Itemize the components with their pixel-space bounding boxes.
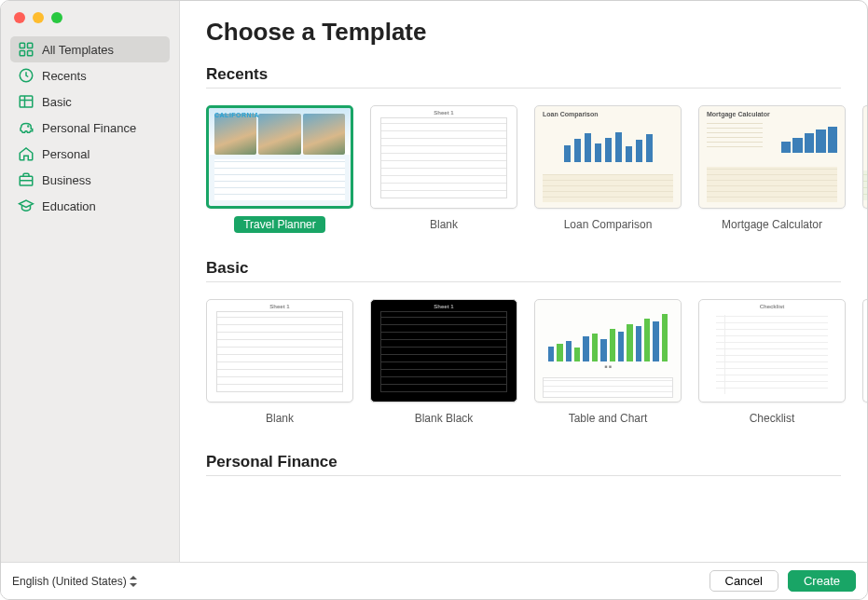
template-card-travel-planner[interactable]: CALIFORNIA Travel Planner: [206, 105, 353, 233]
recents-row: CALIFORNIA Travel Planner Sheet 1 Blank: [206, 105, 867, 233]
svg-point-6: [28, 126, 29, 127]
sidebar-item-personal[interactable]: Personal: [10, 141, 170, 167]
template-card-blank-black[interactable]: Sheet 1 Blank Black: [370, 299, 517, 427]
template-thumb: [862, 299, 867, 402]
updown-icon: [130, 576, 137, 587]
template-scroll[interactable]: Recents CALIFORNIA Travel Planner Sheet …: [206, 58, 867, 562]
home-icon: [18, 145, 34, 162]
template-card-mortgage-calculator[interactable]: Mortgage Calculator Mortgage Calculator: [698, 105, 846, 233]
template-thumb: Loan Comparison: [534, 105, 682, 209]
svg-rect-1: [28, 43, 33, 48]
sidebar-item-basic[interactable]: Basic: [10, 89, 170, 115]
sidebar-item-label: Basic: [42, 95, 72, 109]
svg-rect-0: [20, 43, 24, 48]
svg-rect-3: [28, 51, 33, 56]
template-card-checklist[interactable]: Checklist Checklist: [698, 299, 846, 427]
graduation-cap-icon: [18, 198, 34, 214]
briefcase-icon: [18, 171, 34, 188]
svg-rect-5: [20, 96, 33, 107]
footer-bar: English (United States) Cancel Create: [1, 562, 867, 599]
template-card-table-and-chart[interactable]: ■ ■ Table and Chart: [534, 299, 682, 427]
template-label: My Sto: [863, 216, 867, 233]
sidebar-item-personal-finance[interactable]: Personal Finance: [10, 115, 170, 141]
template-chooser-window: All Templates Recents Basic: [1, 1, 867, 599]
section-heading-personal-finance: Personal Finance: [206, 445, 841, 476]
main-area: All Templates Recents Basic: [1, 1, 867, 562]
sidebar-item-label: Business: [42, 173, 91, 187]
sidebar-item-recents[interactable]: Recents: [10, 62, 170, 89]
template-thumb: Sheet 1: [206, 299, 353, 402]
language-picker[interactable]: English (United States): [12, 575, 137, 588]
template-thumb: Sheet 1: [370, 105, 517, 209]
sidebar-item-label: All Templates: [42, 43, 114, 57]
template-thumb: CALIFORNIA: [206, 105, 353, 209]
zoom-window-button[interactable]: [51, 12, 62, 23]
sidebar: All Templates Recents Basic: [1, 1, 180, 562]
content-area: Choose a Template Recents CALIFORNIA Tra…: [180, 1, 867, 562]
clock-icon: [18, 67, 34, 84]
section-heading-recents: Recents: [206, 58, 841, 89]
thumb-title: CALIFORNIA: [214, 112, 259, 118]
template-thumb: Checklist: [698, 299, 846, 402]
template-thumb: Sheet 1: [370, 299, 517, 402]
template-label: Loan Comparison: [555, 216, 662, 233]
template-label: Table and Chart: [559, 410, 657, 427]
grid-icon: [18, 41, 34, 58]
sidebar-item-label: Personal: [42, 147, 90, 161]
minimize-window-button[interactable]: [33, 12, 44, 23]
create-button[interactable]: Create: [788, 570, 856, 592]
basic-row: Sheet 1 Blank Sheet 1 Blank Black: [206, 299, 867, 427]
template-label: Blank: [420, 216, 467, 233]
svg-rect-2: [20, 51, 24, 56]
template-card-blank[interactable]: Sheet 1 Blank: [370, 105, 517, 233]
template-card-blank[interactable]: Sheet 1 Blank: [206, 299, 353, 427]
template-label: Blank: [256, 410, 303, 427]
template-thumb: ■ ■: [534, 299, 682, 402]
template-label: Checklist: [740, 410, 805, 427]
piggy-bank-icon: [18, 119, 34, 136]
window-controls: [1, 1, 179, 33]
template-thumb: Portfolio $60000.00: [862, 105, 867, 209]
template-card-checklist-2[interactable]: Chec: [862, 299, 867, 427]
sidebar-item-education[interactable]: Education: [10, 193, 170, 219]
sidebar-item-label: Education: [42, 199, 96, 213]
template-thumb: Mortgage Calculator: [698, 105, 846, 209]
sidebar-item-all-templates[interactable]: All Templates: [10, 36, 170, 62]
template-card-loan-comparison[interactable]: Loan Comparison Loan Comparison: [534, 105, 682, 233]
template-label: Travel Planner: [234, 216, 325, 233]
cancel-button[interactable]: Cancel: [710, 570, 778, 592]
sidebar-item-business[interactable]: Business: [10, 167, 170, 193]
page-title: Choose a Template: [206, 18, 867, 47]
table-icon: [18, 93, 34, 110]
template-label: Blank Black: [406, 410, 483, 427]
language-label: English (United States): [12, 575, 127, 588]
sidebar-item-label: Personal Finance: [42, 121, 136, 135]
template-card-portfolio[interactable]: Portfolio $60000.00 My Sto: [862, 105, 867, 233]
template-label: Mortgage Calculator: [712, 216, 832, 233]
section-heading-basic: Basic: [206, 252, 841, 282]
close-window-button[interactable]: [14, 12, 25, 23]
category-list: All Templates Recents Basic: [1, 33, 179, 562]
sidebar-item-label: Recents: [42, 69, 87, 83]
